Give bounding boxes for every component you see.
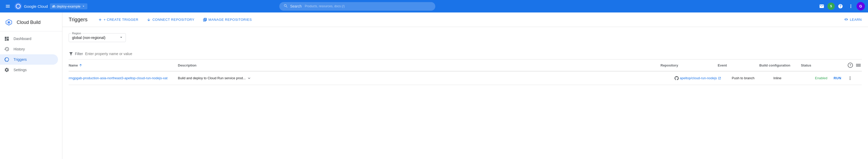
create-trigger-button[interactable]: + CREATE TRIGGER xyxy=(96,16,141,23)
people-icon xyxy=(52,4,56,8)
trigger-more-options-icon[interactable] xyxy=(847,75,852,81)
sidebar-item-settings-label: Settings xyxy=(13,68,27,72)
cloud-build-icon xyxy=(4,18,13,27)
trigger-status-text: Enabled xyxy=(815,76,828,80)
project-dropdown-icon xyxy=(82,4,85,8)
table-header-icons: ? xyxy=(848,63,862,68)
sidebar-title: Cloud Build xyxy=(17,20,40,25)
region-dropdown-icon xyxy=(119,35,124,40)
sidebar: Cloud Build Dashboard History Triggers S xyxy=(0,12,62,159)
connect-repository-button[interactable]: CONNECT REPOSITORY xyxy=(145,16,196,23)
page-header: Triggers + CREATE TRIGGER CONNECT REPOSI… xyxy=(62,12,868,27)
description-expand-icon[interactable] xyxy=(247,76,251,81)
connect-icon xyxy=(147,18,151,22)
search-icon xyxy=(283,4,288,9)
repo-icon xyxy=(203,18,207,22)
plus-icon xyxy=(98,18,102,22)
content-area: Region global (non-regional) Filter xyxy=(62,27,868,91)
column-header-event: Event xyxy=(718,63,759,67)
triggers-table: Name Description Repository Event Build … xyxy=(69,60,862,85)
search-hint: Products, resources, docs (/) xyxy=(305,4,345,8)
column-header-build-config: Build configuration xyxy=(759,63,801,67)
trigger-name-cell: rmgpgab-production-asia-northeast3-apelt… xyxy=(69,76,178,80)
page-actions: + CREATE TRIGGER CONNECT REPOSITORY MANA… xyxy=(96,16,254,23)
trigger-status-cell: Enabled RUN xyxy=(815,74,862,82)
triggers-icon xyxy=(4,57,9,62)
learn-icon xyxy=(844,18,848,22)
settings-icon xyxy=(4,67,9,72)
hamburger-menu[interactable] xyxy=(3,2,12,11)
trigger-build-config-cell: Inline xyxy=(773,76,815,80)
table-header: Name Description Repository Event Build … xyxy=(69,60,862,71)
google-cloud-logo: Google Cloud xyxy=(14,3,48,10)
trigger-description-cell: Build and deploy to Cloud Run service pr… xyxy=(178,76,675,81)
history-icon xyxy=(4,46,9,52)
project-selector[interactable]: deploy-example xyxy=(50,3,87,9)
search-label: Search xyxy=(290,4,302,8)
notifications-badge[interactable]: 5 xyxy=(828,3,835,10)
sidebar-item-dashboard[interactable]: Dashboard xyxy=(0,33,58,44)
main-content: Triggers + CREATE TRIGGER CONNECT REPOSI… xyxy=(62,12,868,159)
repository-link[interactable]: apeltop/cloud-run-nodejs xyxy=(675,76,732,80)
sort-asc-icon xyxy=(79,63,83,67)
column-header-status: Status xyxy=(801,63,848,67)
project-name: deploy-example xyxy=(57,4,81,8)
app-layout: Cloud Build Dashboard History Triggers S xyxy=(0,12,868,159)
search-bar[interactable]: Search Products, resources, docs (/) xyxy=(279,2,435,11)
trigger-name-link[interactable]: rmgpgab-production-asia-northeast3-apelt… xyxy=(69,76,167,80)
sidebar-header: Cloud Build xyxy=(0,14,62,31)
region-field[interactable]: Region global (non-regional) xyxy=(69,33,126,42)
sidebar-item-dashboard-label: Dashboard xyxy=(13,37,31,41)
help-button[interactable] xyxy=(836,2,845,11)
user-avatar[interactable]: G xyxy=(857,2,865,10)
trigger-repository-cell: apeltop/cloud-run-nodejs xyxy=(675,76,732,80)
table-help-icon[interactable]: ? xyxy=(848,63,853,68)
column-header-repository: Repository xyxy=(660,63,718,67)
filter-input[interactable] xyxy=(85,52,862,56)
trigger-event-cell: Push to branch xyxy=(732,76,773,80)
column-header-name: Name xyxy=(69,63,178,67)
svg-rect-1 xyxy=(8,22,10,23)
google-cloud-icon xyxy=(14,3,22,10)
sidebar-item-settings[interactable]: Settings xyxy=(0,65,58,75)
topbar: Google Cloud deploy-example Search Produ… xyxy=(0,0,868,12)
filter-label: Filter xyxy=(75,52,83,56)
column-header-description: Description xyxy=(178,63,660,67)
filter-bar: Filter xyxy=(69,48,862,60)
region-label: Region xyxy=(71,32,82,35)
repository-name: apeltop/cloud-run-nodejs xyxy=(680,76,717,80)
github-icon xyxy=(675,76,679,80)
external-link-icon xyxy=(718,77,721,80)
region-value: global (non-regional) xyxy=(72,36,112,40)
sidebar-item-triggers-label: Triggers xyxy=(13,57,27,62)
learn-button[interactable]: LEARN xyxy=(844,18,862,22)
table-row: rmgpgab-production-asia-northeast3-apelt… xyxy=(69,71,862,85)
sidebar-item-triggers[interactable]: Triggers xyxy=(0,54,58,65)
trigger-build-config-text: Inline xyxy=(773,76,781,80)
run-trigger-button[interactable]: RUN xyxy=(832,74,843,82)
density-toggle-icon[interactable] xyxy=(855,63,862,68)
sidebar-item-history[interactable]: History xyxy=(0,44,58,54)
trigger-event-text: Push to branch xyxy=(732,76,754,80)
dashboard-icon xyxy=(4,36,9,41)
trigger-description-text: Build and deploy to Cloud Run service pr… xyxy=(178,76,246,80)
page-title: Triggers xyxy=(69,17,88,23)
notifications-button[interactable] xyxy=(817,2,827,11)
google-cloud-text: Google Cloud xyxy=(24,4,48,8)
sidebar-item-history-label: History xyxy=(13,47,25,51)
topbar-right-actions: 5 G xyxy=(817,2,865,11)
more-options-button[interactable] xyxy=(846,2,856,11)
region-selector-wrap: Region global (non-regional) xyxy=(69,33,862,42)
filter-icon: Filter xyxy=(69,52,83,56)
manage-repositories-button[interactable]: MANAGE REPOSITORIES xyxy=(201,16,254,23)
